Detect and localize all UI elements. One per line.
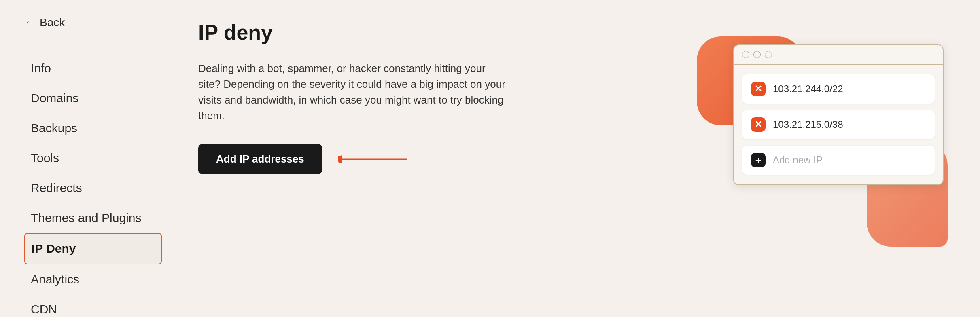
add-new-ip-label: Add new IP: [773, 154, 823, 166]
ip-row-2: ✕ 103.21.215.0/38: [742, 110, 935, 139]
ip-address-1: 103.21.244.0/22: [773, 83, 843, 95]
ip-address-2: 103.21.215.0/38: [773, 119, 843, 130]
traffic-light-2: [753, 51, 761, 58]
browser-window: ✕ 103.21.244.0/22 ✕ 103.21.215.0/38 + Ad…: [733, 44, 944, 185]
sidebar-item-themes-plugins[interactable]: Themes and Plugins: [24, 203, 162, 233]
sidebar-item-tools[interactable]: Tools: [24, 143, 162, 173]
ip-remove-button-1[interactable]: ✕: [751, 82, 766, 96]
add-new-ip-row[interactable]: + Add new IP: [742, 146, 935, 175]
sidebar-item-info[interactable]: Info: [24, 53, 162, 83]
traffic-light-3: [765, 51, 772, 58]
arrow-icon: [338, 152, 411, 167]
sidebar-item-ip-deny[interactable]: IP Deny: [24, 233, 162, 264]
sidebar-item-analytics[interactable]: Analytics: [24, 264, 162, 294]
sidebar-item-redirects[interactable]: Redirects: [24, 173, 162, 203]
description-text: Dealing with a bot, spammer, or hacker c…: [198, 61, 506, 124]
back-label: Back: [40, 16, 65, 29]
ip-remove-button-2[interactable]: ✕: [751, 117, 766, 132]
traffic-light-1: [742, 51, 749, 58]
add-new-ip-icon: +: [751, 153, 766, 167]
ip-row-1: ✕ 103.21.244.0/22: [742, 74, 935, 104]
browser-titlebar: [734, 45, 943, 65]
main-content: IP deny Dealing with a bot, spammer, or …: [174, 0, 980, 317]
browser-body: ✕ 103.21.244.0/22 ✕ 103.21.215.0/38 + Ad…: [734, 65, 943, 184]
sidebar: ← Back Info Domains Backups Tools Redire…: [0, 0, 174, 317]
arrow-pointer: [338, 152, 411, 167]
back-arrow-icon: ←: [24, 16, 36, 29]
sidebar-item-backups[interactable]: Backups: [24, 113, 162, 143]
back-button[interactable]: ← Back: [24, 16, 174, 29]
illustration: ✕ 103.21.244.0/22 ✕ 103.21.215.0/38 + Ad…: [672, 12, 948, 263]
sidebar-item-domains[interactable]: Domains: [24, 83, 162, 113]
add-ip-button[interactable]: Add IP addresses: [198, 144, 322, 174]
sidebar-item-cdn[interactable]: CDN: [24, 294, 162, 317]
sidebar-nav: Info Domains Backups Tools Redirects The…: [24, 53, 174, 317]
